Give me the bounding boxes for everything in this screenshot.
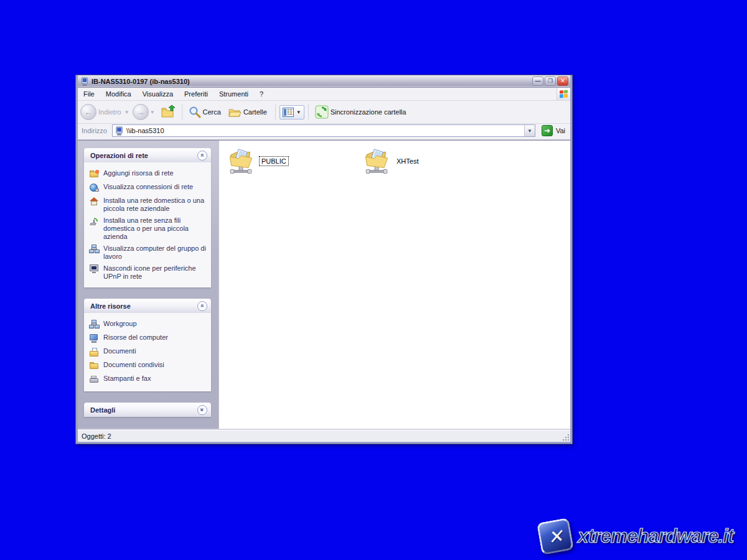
explorer-window: IB-NAS5310-0197 (ib-nas5310) — ❐ ✕ File … [76,75,572,444]
resize-grip[interactable] [561,433,570,441]
search-button[interactable]: Cerca [186,104,225,120]
chevron-up-icon[interactable]: » [197,151,207,161]
panel-details-header[interactable]: Dettagli » [84,403,211,417]
minimize-button[interactable]: — [532,77,543,86]
link-my-computer[interactable]: Risorse del computer [88,332,209,345]
panel-title: Dettagli [90,406,115,414]
menubar: File Modifica Visualizza Preferiti Strum… [78,88,570,101]
task-setup-home-network[interactable]: Installa una rete domestica o una piccol… [88,195,209,215]
address-label: Indirizzo [82,127,107,134]
sync-label: Sincronizzazione cartella [331,108,406,116]
toolbar-separator [182,104,182,120]
network-connections-icon [89,183,100,193]
window-title: IB-NAS5310-0197 (ib-nas5310) [92,78,531,85]
upnp-device-icon [89,264,100,274]
forward-icon[interactable]: → [133,104,149,120]
window-computer-icon [80,77,89,86]
file-list-area[interactable]: PUBLIC XHTest [218,141,570,429]
toolbar-separator [275,104,276,120]
toolbar-separator [308,104,309,120]
panel-details: Dettagli » [84,403,211,417]
my-computer-icon [89,334,100,343]
go-arrow-icon: ➜ [542,125,553,136]
address-dropdown-icon[interactable]: ▼ [524,125,535,136]
task-add-network-resource[interactable]: Aggiungi risorsa di rete [88,167,209,181]
workgroup-computers-icon [89,245,100,254]
task-hide-upnp-icons[interactable]: Nascondi icone per periferiche UPnP in r… [88,263,209,282]
computer-icon [115,126,124,136]
menu-modifica[interactable]: Modifica [100,88,137,100]
status-object-count: Oggetti: 2 [82,432,111,440]
addressbar: Indirizzo \\ib-nas5310 ▼ ➜ Vai [78,124,570,140]
titlebar[interactable]: IB-NAS5310-0197 (ib-nas5310) — ❐ ✕ [78,75,570,88]
back-dropdown-icon[interactable]: ▼ [125,110,129,115]
sync-icon [315,105,329,119]
task-pane-sidebar: Operazioni di rete » Aggiungi risorsa di… [78,141,218,429]
up-folder-icon [161,105,176,119]
statusbar: Oggetti: 2 [78,429,570,442]
link-shared-documents[interactable]: Documenti condivisi [88,359,209,373]
address-value[interactable]: \\ib-nas5310 [126,127,524,134]
my-documents-icon [89,347,100,357]
link-printers-fax[interactable]: Stampanti e fax [88,373,209,386]
folder-label-public[interactable]: PUBLIC [259,156,289,166]
network-share-folder-icon [362,147,391,175]
menu-help[interactable]: ? [254,88,269,100]
shared-documents-icon [89,361,100,371]
views-button[interactable]: ▼ [280,105,304,119]
folders-label: Cartelle [243,108,267,116]
go-button[interactable]: ➜ Vai [539,124,568,138]
menu-visualizza[interactable]: Visualizza [137,88,179,100]
window-body: Operazioni di rete » Aggiungi risorsa di… [78,140,570,429]
link-workgroup[interactable]: Workgroup [88,318,209,332]
sync-folder-button[interactable]: Sincronizzazione cartella [312,103,411,121]
link-my-documents[interactable]: Documenti [88,345,209,359]
folders-button[interactable]: Cartelle [225,104,271,120]
panel-title: Operazioni di rete [90,152,148,159]
watermark-text: xtremehardware.it [578,525,733,548]
toolbar: ← Indietro ▼ → ▼ Cerca [78,101,570,124]
folder-label-xhtest[interactable]: XHTest [395,157,420,166]
forward-dropdown-icon[interactable]: ▼ [150,110,155,115]
close-button[interactable]: ✕ [557,77,568,86]
panel-other-places-header[interactable]: Altre risorse » [84,299,211,313]
back-button-label[interactable]: Indietro [98,108,121,116]
task-view-workgroup-computers[interactable]: Visualizza computer del gruppo di lavoro [88,243,209,263]
back-icon[interactable]: ← [80,104,96,120]
up-folder-button[interactable] [158,103,178,121]
search-icon [189,106,201,118]
task-setup-wireless-network[interactable]: Installa una rete senza fili domestica o… [88,215,209,243]
watermark: ✕ xtremehardware.it [539,520,733,553]
panel-network-tasks-header[interactable]: Operazioni di rete » [84,148,211,162]
menu-strumenti[interactable]: Strumenti [214,88,254,100]
folder-tile-xhtest[interactable]: XHTest [362,147,420,175]
add-network-resource-icon [89,169,100,179]
network-share-folder-icon [227,147,255,175]
go-label: Vai [556,127,565,134]
wireless-network-icon [89,217,100,226]
views-dropdown-icon: ▼ [296,110,301,115]
windows-flag-icon [557,88,570,100]
home-network-icon [89,197,100,207]
panel-other-places: Altre risorse » Workgroup Risorse [84,299,211,391]
maximize-button[interactable]: ❐ [545,77,556,86]
address-input[interactable]: \\ib-nas5310 ▼ [112,124,535,137]
folder-tile-public[interactable]: PUBLIC [227,147,289,175]
panel-title: Altre risorse [90,302,131,310]
chevron-up-icon[interactable]: » [197,301,207,311]
menu-file[interactable]: File [78,88,100,100]
task-view-network-connections[interactable]: Visualizza connessioni di rete [88,181,209,195]
panel-network-tasks: Operazioni di rete » Aggiungi risorsa di… [84,148,211,287]
views-icon [283,108,294,117]
folders-icon [228,106,242,118]
search-label: Cerca [203,108,221,116]
xtremehardware-logo-icon: ✕ [537,518,574,555]
workgroup-icon [89,320,100,330]
printers-fax-icon [89,375,100,385]
menu-preferiti[interactable]: Preferiti [179,88,214,100]
chevron-down-icon[interactable]: » [197,405,207,415]
